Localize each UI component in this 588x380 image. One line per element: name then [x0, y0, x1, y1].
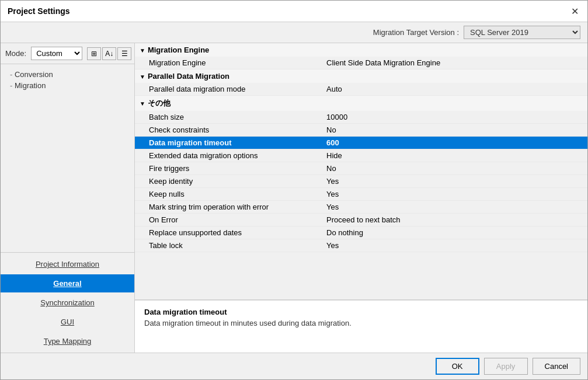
prop-label: Table lock	[135, 239, 322, 252]
table-row[interactable]: Fire triggers No	[135, 162, 587, 175]
table-row[interactable]: Parallel data migration mode Auto	[135, 83, 587, 96]
mode-label: Mode:	[5, 49, 26, 58]
properties-table: ▼Migration Engine Migration Engine Clien…	[135, 43, 587, 300]
settings-table: ▼Migration Engine Migration Engine Clien…	[135, 43, 587, 252]
cancel-button[interactable]: Cancel	[533, 358, 580, 375]
migration-target-bar: Migration Target Version : SQL Server 20…	[1, 22, 587, 43]
chevron-icon: ▼	[140, 100, 145, 107]
prop-label: Keep nulls	[135, 188, 322, 201]
table-row[interactable]: Replace unsupported dates Do nothing	[135, 226, 587, 239]
sort-az-icon[interactable]: A↓	[102, 47, 116, 60]
table-row[interactable]: Table lock Yes	[135, 239, 587, 252]
title-bar: Project Settings ✕	[1, 1, 587, 22]
ok-button[interactable]: OK	[436, 358, 479, 375]
section-header-label: Parallel Data Migration	[148, 72, 229, 81]
close-button[interactable]: ✕	[569, 5, 580, 17]
project-settings-dialog: Project Settings ✕ Migration Target Vers…	[0, 0, 588, 380]
content-area: ▼Migration Engine Migration Engine Clien…	[135, 43, 587, 353]
prop-value: Yes	[322, 188, 587, 201]
table-row[interactable]: On Error Proceed to next batch	[135, 214, 587, 226]
mode-bar: Mode: CustomDefaultOptimisticFull ⊞ A↓ ☰	[1, 43, 134, 64]
tree-item-migration[interactable]: Migration	[3, 80, 132, 91]
nav-type-mapping[interactable]: Type Mapping	[1, 332, 134, 350]
prop-label: Keep identity	[135, 175, 322, 188]
info-panel-title: Data migration timeout	[144, 308, 578, 316]
info-panel: Data migration timeout Data migration ti…	[135, 300, 587, 353]
prop-value: Yes	[322, 239, 587, 252]
chevron-icon: ▼	[140, 47, 145, 54]
prop-label: On Error	[135, 214, 322, 226]
table-row[interactable]: Batch size 10000	[135, 111, 587, 124]
prop-label: Extended data migration options	[135, 149, 322, 162]
nav-general[interactable]: General	[1, 274, 134, 292]
prop-label: Fire triggers	[135, 162, 322, 175]
prop-label: Migration Engine	[135, 57, 322, 69]
prop-label: Mark string trim operation with error	[135, 201, 322, 214]
properties-icon[interactable]: ☰	[117, 47, 131, 60]
main-content: Mode: CustomDefaultOptimisticFull ⊞ A↓ ☰…	[1, 43, 587, 353]
migration-target-select[interactable]: SQL Server 2019	[464, 26, 580, 39]
nav-project-information[interactable]: Project Information	[1, 255, 134, 273]
prop-label: Check constraints	[135, 124, 322, 137]
apply-button[interactable]: Apply	[484, 358, 528, 375]
prop-value: Yes	[322, 175, 587, 188]
prop-value: Hide	[322, 149, 587, 162]
table-row[interactable]: Keep nulls Yes	[135, 188, 587, 201]
table-row[interactable]: Migration Engine Client Side Data Migrat…	[135, 57, 587, 69]
table-row[interactable]: Keep identity Yes	[135, 175, 587, 188]
prop-label: Data migration timeout	[135, 137, 322, 149]
table-row[interactable]: Extended data migration options Hide	[135, 149, 587, 162]
tree-area: Conversion Migration	[1, 64, 134, 252]
info-panel-description: Data migration timeout in minutes used d…	[144, 319, 578, 327]
categories-icon[interactable]: ⊞	[87, 47, 101, 60]
mode-select[interactable]: CustomDefaultOptimisticFull	[31, 47, 82, 60]
prop-value: Do nothing	[322, 226, 587, 239]
prop-value: Yes	[322, 201, 587, 214]
migration-target-label: Migration Target Version :	[373, 28, 459, 37]
section-sonota: ▼その他	[135, 96, 587, 111]
chevron-icon: ▼	[140, 74, 145, 80]
prop-label: Batch size	[135, 111, 322, 124]
table-row-selected[interactable]: Data migration timeout 600	[135, 137, 587, 149]
section-header-label: その他	[148, 99, 171, 107]
prop-label: Parallel data migration mode	[135, 83, 322, 96]
section-header-label: Migration Engine	[148, 46, 209, 54]
prop-label: Replace unsupported dates	[135, 226, 322, 239]
prop-value: Proceed to next batch	[322, 214, 587, 226]
toolbar-icons: ⊞ A↓ ☰	[87, 47, 131, 60]
prop-value: Client Side Data Migration Engine	[322, 57, 587, 69]
section-parallel-data-migration: ▼Parallel Data Migration	[135, 69, 587, 83]
sidebar: Mode: CustomDefaultOptimisticFull ⊞ A↓ ☰…	[1, 43, 135, 353]
sidebar-nav: Project Information General Synchronizat…	[1, 252, 134, 353]
prop-value: 600	[322, 137, 587, 149]
prop-value: No	[322, 124, 587, 137]
prop-value: No	[322, 162, 587, 175]
tree-item-conversion[interactable]: Conversion	[3, 69, 132, 80]
prop-value: 10000	[322, 111, 587, 124]
dialog-title: Project Settings	[8, 6, 70, 16]
prop-value: Auto	[322, 83, 587, 96]
nav-synchronization[interactable]: Synchronization	[1, 294, 134, 312]
nav-gui[interactable]: GUI	[1, 313, 134, 331]
table-row[interactable]: Mark string trim operation with error Ye…	[135, 201, 587, 214]
section-migration-engine: ▼Migration Engine	[135, 43, 587, 57]
table-row[interactable]: Check constraints No	[135, 124, 587, 137]
bottom-bar: OK Apply Cancel	[1, 353, 587, 379]
